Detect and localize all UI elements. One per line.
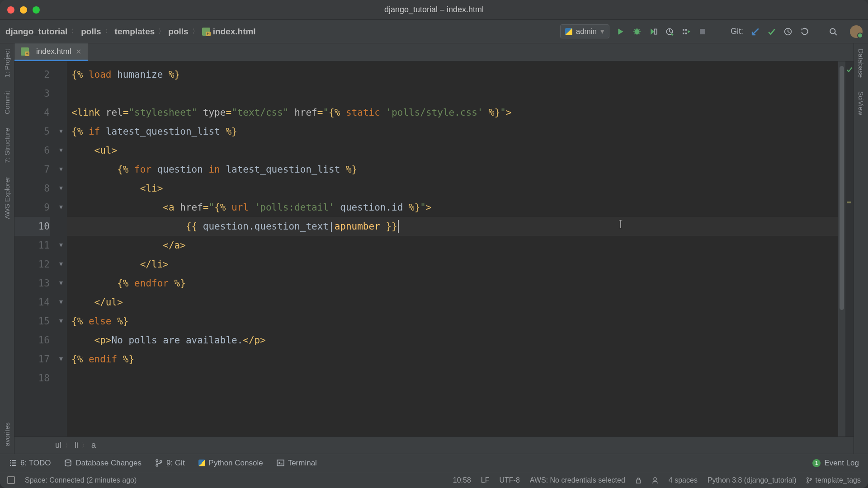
line-number[interactable]: 11 — [14, 236, 50, 255]
line-number[interactable]: 6 — [14, 141, 50, 160]
run-anything-button[interactable] — [682, 28, 691, 36]
run-button[interactable] — [617, 28, 625, 36]
code-line[interactable]: </li> — [67, 255, 838, 274]
line-number[interactable]: 17 — [14, 350, 50, 369]
debug-button[interactable] — [633, 28, 641, 36]
fold-handle[interactable] — [55, 236, 67, 255]
code-line[interactable]: <ul> — [67, 141, 838, 160]
tool-aws-explorer[interactable]: AWS Explorer — [3, 174, 11, 222]
stop-button[interactable] — [699, 28, 706, 35]
code-line[interactable]: <p>No polls are available.</p> — [67, 331, 838, 350]
line-number[interactable]: 16 — [14, 331, 50, 350]
user-avatar[interactable] — [850, 25, 863, 38]
code-line[interactable]: {% load humanize %} — [67, 65, 838, 84]
line-number[interactable]: 14 — [14, 293, 50, 312]
close-window-button[interactable] — [7, 6, 14, 14]
status-encoding[interactable]: UTF-8 — [499, 476, 519, 484]
code-line[interactable]: <a href="{% url 'polls:detail' question.… — [67, 198, 838, 217]
line-number[interactable]: 8 — [14, 179, 50, 198]
line-number[interactable]: 2 — [14, 65, 50, 84]
fold-handle[interactable] — [55, 331, 67, 350]
tool-project[interactable]: 1: Project — [3, 46, 11, 80]
tool-python-console[interactable]: Python Console — [198, 459, 263, 468]
code-line[interactable]: {% if latest_question_list %} — [67, 122, 838, 141]
line-number[interactable]: 3 — [14, 84, 50, 103]
code-line[interactable]: {% else %} — [67, 312, 838, 331]
breadcrumb-folder[interactable]: templates — [115, 27, 155, 37]
fold-handle[interactable] — [55, 369, 67, 388]
status-interpreter[interactable]: Python 3.8 (django_tutorial) — [708, 476, 797, 484]
tool-favorites[interactable]: avorites — [3, 420, 11, 449]
code-editor[interactable]: 23456789101112131415161718 I {% load hum… — [14, 61, 854, 436]
vcs-rollback-button[interactable] — [800, 28, 808, 36]
line-number[interactable]: 15 — [14, 312, 50, 331]
code-line[interactable]: {{ question.question_text|apnumber }} — [67, 217, 838, 236]
fold-handle[interactable] — [55, 274, 67, 293]
tool-event-log[interactable]: 1 Event Log — [812, 459, 859, 468]
fold-handle[interactable] — [55, 350, 67, 369]
code-line[interactable]: <link rel="stylesheet" type="text/css" h… — [67, 103, 838, 122]
run-configuration-selector[interactable]: admin ▾ — [560, 24, 609, 38]
status-aws[interactable]: AWS: No credentials selected — [530, 476, 625, 484]
code-line[interactable]: </ul> — [67, 293, 838, 312]
inspection-ok-icon[interactable] — [846, 64, 853, 75]
code-line[interactable]: {% endfor %} — [67, 274, 838, 293]
tool-git[interactable]: 9: Git — [155, 459, 185, 468]
fold-handle[interactable] — [55, 141, 67, 160]
fold-handle[interactable] — [55, 122, 67, 141]
fold-handle[interactable] — [55, 255, 67, 274]
crumb[interactable]: li — [75, 441, 78, 450]
fold-handle[interactable] — [55, 65, 67, 84]
fold-handle[interactable] — [55, 312, 67, 331]
code-line[interactable]: {% for question in latest_question_list … — [67, 160, 838, 179]
code-line[interactable]: <li> — [67, 179, 838, 198]
line-number[interactable]: 12 — [14, 255, 50, 274]
tool-todo[interactable]: 6: TODO — [9, 459, 51, 468]
fold-handle[interactable] — [55, 103, 67, 122]
fold-handle[interactable] — [55, 179, 67, 198]
breadcrumb-file[interactable]: index.html — [202, 27, 256, 37]
line-number[interactable]: 7 — [14, 160, 50, 179]
fold-handle[interactable] — [55, 198, 67, 217]
status-indent[interactable]: 4 spaces — [669, 476, 698, 484]
code-area[interactable]: I {% load humanize %}<link rel="styleshe… — [67, 61, 838, 436]
line-number[interactable]: 5 — [14, 122, 50, 141]
close-icon[interactable]: ✕ — [75, 47, 81, 56]
status-time[interactable]: 10:58 — [453, 476, 471, 484]
tool-commit[interactable]: Commit — [3, 88, 11, 117]
minimize-window-button[interactable] — [20, 6, 27, 14]
crumb[interactable]: a — [91, 441, 96, 450]
breadcrumb-project[interactable]: django_tutorial — [5, 27, 67, 37]
breadcrumb-folder[interactable]: polls — [81, 27, 101, 37]
inspector-icon[interactable] — [651, 477, 659, 484]
fold-handle[interactable] — [55, 293, 67, 312]
line-number[interactable]: 9 — [14, 198, 50, 217]
crumb[interactable]: ul — [55, 441, 61, 450]
scrollbar-thumb[interactable] — [840, 66, 844, 310]
run-coverage-button[interactable] — [649, 28, 657, 36]
vcs-commit-button[interactable] — [768, 28, 776, 36]
code-line[interactable] — [67, 369, 838, 388]
vcs-history-button[interactable] — [784, 28, 792, 36]
marker-stripe[interactable] — [847, 202, 851, 203]
line-number[interactable]: 4 — [14, 103, 50, 122]
tool-sciview[interactable]: SciView — [857, 89, 865, 118]
code-line[interactable]: </a> — [67, 236, 838, 255]
code-line[interactable]: {% endif %} — [67, 350, 838, 369]
fold-handle[interactable] — [55, 160, 67, 179]
code-line[interactable] — [67, 84, 838, 103]
status-line-separator[interactable]: LF — [481, 476, 490, 484]
status-git-branch[interactable]: template_tags — [806, 476, 861, 484]
search-everywhere-button[interactable] — [829, 28, 837, 36]
line-number[interactable]: 13 — [14, 274, 50, 293]
maximize-window-button[interactable] — [33, 6, 40, 14]
lock-icon[interactable] — [635, 477, 642, 483]
tool-database[interactable]: Database — [857, 46, 865, 80]
line-number[interactable]: 10 — [14, 217, 50, 236]
breadcrumb-folder[interactable]: polls — [168, 27, 188, 37]
editor-tab-active[interactable]: index.html ✕ — [14, 43, 88, 61]
tool-window-quick-access-icon[interactable] — [7, 476, 15, 484]
tool-structure[interactable]: 7: Structure — [3, 125, 11, 166]
fold-handle[interactable] — [55, 217, 67, 236]
tool-terminal[interactable]: Terminal — [277, 459, 317, 468]
